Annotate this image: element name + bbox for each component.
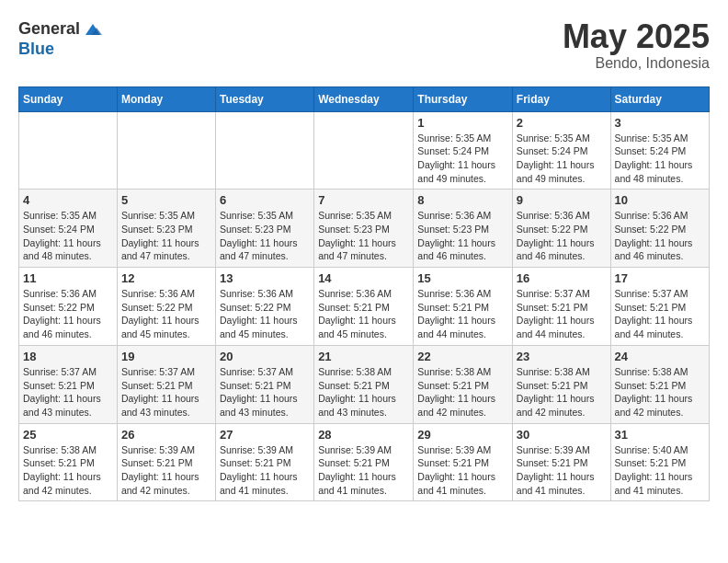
day-number: 10	[615, 193, 705, 207]
day-info: Sunrise: 5:38 AM Sunset: 5:21 PM Dayligh…	[517, 365, 607, 419]
calendar-cell: 29Sunrise: 5:39 AM Sunset: 5:21 PM Dayli…	[414, 423, 513, 501]
day-number: 14	[318, 271, 409, 285]
day-number: 13	[220, 271, 310, 285]
day-number: 6	[220, 193, 310, 207]
calendar-week-3: 11Sunrise: 5:36 AM Sunset: 5:22 PM Dayli…	[19, 268, 710, 346]
calendar-cell: 8Sunrise: 5:36 AM Sunset: 5:23 PM Daylig…	[414, 190, 513, 268]
day-info: Sunrise: 5:35 AM Sunset: 5:24 PM Dayligh…	[23, 209, 113, 263]
day-number: 15	[417, 271, 508, 285]
calendar-cell: 2Sunrise: 5:35 AM Sunset: 5:24 PM Daylig…	[512, 111, 610, 190]
logo-icon	[82, 18, 104, 40]
day-info: Sunrise: 5:38 AM Sunset: 5:21 PM Dayligh…	[417, 365, 508, 419]
weekday-header-sunday: Sunday	[19, 86, 118, 111]
day-info: Sunrise: 5:35 AM Sunset: 5:23 PM Dayligh…	[318, 209, 409, 263]
calendar-cell: 9Sunrise: 5:36 AM Sunset: 5:22 PM Daylig…	[512, 190, 610, 268]
calendar-cell: 20Sunrise: 5:37 AM Sunset: 5:21 PM Dayli…	[215, 345, 313, 423]
day-number: 25	[23, 428, 113, 442]
day-info: Sunrise: 5:39 AM Sunset: 5:21 PM Dayligh…	[318, 443, 409, 498]
title-block: May 2025 Bendo, Indonesia	[563, 18, 710, 72]
weekday-header-friday: Friday	[512, 86, 610, 111]
day-number: 3	[615, 116, 705, 130]
day-number: 18	[23, 350, 113, 363]
day-info: Sunrise: 5:36 AM Sunset: 5:22 PM Dayligh…	[517, 209, 607, 263]
calendar-cell: 17Sunrise: 5:37 AM Sunset: 5:21 PM Dayli…	[610, 268, 709, 346]
day-info: Sunrise: 5:37 AM Sunset: 5:21 PM Dayligh…	[517, 287, 607, 341]
weekday-header-monday: Monday	[117, 86, 215, 111]
calendar-cell: 31Sunrise: 5:40 AM Sunset: 5:21 PM Dayli…	[610, 423, 709, 501]
calendar-cell: 16Sunrise: 5:37 AM Sunset: 5:21 PM Dayli…	[512, 268, 610, 346]
calendar-cell: 28Sunrise: 5:39 AM Sunset: 5:21 PM Dayli…	[314, 423, 414, 501]
calendar-week-2: 4Sunrise: 5:35 AM Sunset: 5:24 PM Daylig…	[19, 190, 710, 268]
calendar-cell: 18Sunrise: 5:37 AM Sunset: 5:21 PM Dayli…	[19, 345, 118, 423]
day-info: Sunrise: 5:36 AM Sunset: 5:22 PM Dayligh…	[615, 209, 705, 263]
day-info: Sunrise: 5:37 AM Sunset: 5:21 PM Dayligh…	[23, 365, 113, 419]
logo-general: General	[18, 20, 80, 39]
day-number: 24	[615, 350, 705, 363]
calendar-cell: 14Sunrise: 5:36 AM Sunset: 5:21 PM Dayli…	[314, 268, 414, 346]
day-number: 29	[417, 428, 508, 442]
calendar-cell: 5Sunrise: 5:35 AM Sunset: 5:23 PM Daylig…	[117, 190, 215, 268]
calendar-cell: 4Sunrise: 5:35 AM Sunset: 5:24 PM Daylig…	[19, 190, 118, 268]
day-info: Sunrise: 5:39 AM Sunset: 5:21 PM Dayligh…	[517, 443, 607, 498]
day-number: 2	[517, 116, 607, 130]
weekday-header-wednesday: Wednesday	[314, 86, 414, 111]
day-info: Sunrise: 5:37 AM Sunset: 5:21 PM Dayligh…	[615, 287, 705, 341]
day-info: Sunrise: 5:35 AM Sunset: 5:23 PM Dayligh…	[121, 209, 211, 263]
day-number: 19	[121, 350, 211, 363]
day-number: 5	[121, 193, 211, 207]
calendar-week-1: 1Sunrise: 5:35 AM Sunset: 5:24 PM Daylig…	[19, 111, 710, 190]
day-number: 11	[23, 271, 113, 285]
day-info: Sunrise: 5:39 AM Sunset: 5:21 PM Dayligh…	[220, 443, 310, 498]
calendar-cell: 12Sunrise: 5:36 AM Sunset: 5:22 PM Dayli…	[117, 268, 215, 346]
day-number: 30	[517, 428, 607, 442]
calendar-cell: 19Sunrise: 5:37 AM Sunset: 5:21 PM Dayli…	[117, 345, 215, 423]
day-info: Sunrise: 5:38 AM Sunset: 5:21 PM Dayligh…	[615, 365, 705, 419]
day-info: Sunrise: 5:38 AM Sunset: 5:21 PM Dayligh…	[23, 443, 113, 498]
calendar-cell	[215, 111, 313, 190]
calendar-cell: 27Sunrise: 5:39 AM Sunset: 5:21 PM Dayli…	[215, 423, 313, 501]
day-number: 9	[517, 193, 607, 207]
calendar-cell: 26Sunrise: 5:39 AM Sunset: 5:21 PM Dayli…	[117, 423, 215, 501]
calendar-table: SundayMondayTuesdayWednesdayThursdayFrid…	[18, 86, 710, 502]
day-number: 28	[318, 428, 409, 442]
day-number: 31	[615, 428, 705, 442]
month-year: May 2025	[563, 18, 710, 55]
calendar-cell: 11Sunrise: 5:36 AM Sunset: 5:22 PM Dayli…	[19, 268, 118, 346]
day-number: 1	[417, 116, 508, 130]
day-number: 12	[121, 271, 211, 285]
calendar-cell: 1Sunrise: 5:35 AM Sunset: 5:24 PM Daylig…	[414, 111, 513, 190]
day-number: 7	[318, 193, 409, 207]
day-number: 16	[517, 271, 607, 285]
calendar-cell: 25Sunrise: 5:38 AM Sunset: 5:21 PM Dayli…	[19, 423, 118, 501]
day-number: 27	[220, 428, 310, 442]
weekday-header-row: SundayMondayTuesdayWednesdayThursdayFrid…	[19, 86, 710, 111]
day-info: Sunrise: 5:36 AM Sunset: 5:22 PM Dayligh…	[23, 287, 113, 341]
logo-blue: Blue	[18, 40, 104, 59]
day-info: Sunrise: 5:35 AM Sunset: 5:23 PM Dayligh…	[220, 209, 310, 263]
calendar-cell: 6Sunrise: 5:35 AM Sunset: 5:23 PM Daylig…	[215, 190, 313, 268]
day-number: 22	[417, 350, 508, 363]
day-number: 8	[417, 193, 508, 207]
logo: General Blue	[18, 18, 104, 59]
day-number: 4	[23, 193, 113, 207]
weekday-header-tuesday: Tuesday	[215, 86, 313, 111]
day-info: Sunrise: 5:38 AM Sunset: 5:21 PM Dayligh…	[318, 365, 409, 419]
day-info: Sunrise: 5:35 AM Sunset: 5:24 PM Dayligh…	[417, 132, 508, 186]
calendar-cell	[19, 111, 118, 190]
calendar-cell	[314, 111, 414, 190]
day-number: 20	[220, 350, 310, 363]
weekday-header-thursday: Thursday	[414, 86, 513, 111]
calendar-cell: 24Sunrise: 5:38 AM Sunset: 5:21 PM Dayli…	[610, 345, 709, 423]
weekday-header-saturday: Saturday	[610, 86, 709, 111]
calendar-cell	[117, 111, 215, 190]
calendar-cell: 21Sunrise: 5:38 AM Sunset: 5:21 PM Dayli…	[314, 345, 414, 423]
calendar-week-5: 25Sunrise: 5:38 AM Sunset: 5:21 PM Dayli…	[19, 423, 710, 501]
day-info: Sunrise: 5:39 AM Sunset: 5:21 PM Dayligh…	[417, 443, 508, 498]
day-info: Sunrise: 5:36 AM Sunset: 5:22 PM Dayligh…	[220, 287, 310, 341]
day-info: Sunrise: 5:36 AM Sunset: 5:21 PM Dayligh…	[417, 287, 508, 341]
calendar-cell: 22Sunrise: 5:38 AM Sunset: 5:21 PM Dayli…	[414, 345, 513, 423]
calendar-cell: 30Sunrise: 5:39 AM Sunset: 5:21 PM Dayli…	[512, 423, 610, 501]
calendar-cell: 15Sunrise: 5:36 AM Sunset: 5:21 PM Dayli…	[414, 268, 513, 346]
day-info: Sunrise: 5:35 AM Sunset: 5:24 PM Dayligh…	[517, 132, 607, 186]
day-info: Sunrise: 5:40 AM Sunset: 5:21 PM Dayligh…	[615, 443, 705, 498]
